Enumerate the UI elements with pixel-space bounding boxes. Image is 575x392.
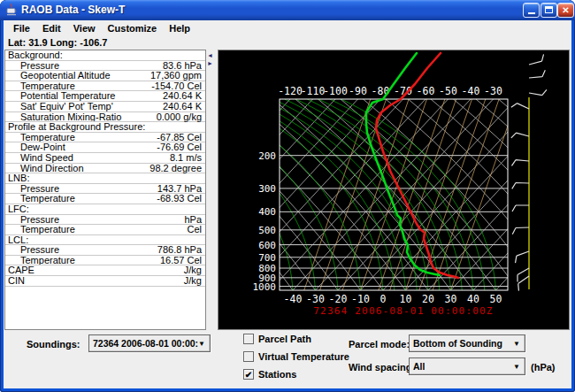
table-row-label: LCL: [5, 235, 202, 245]
table-row: Temperature16.57 Cel [5, 256, 205, 266]
skewt-chart: 2003004005006007008009001000-120-110-100… [218, 50, 569, 329]
table-row-value: 8.1 m/s [170, 153, 205, 163]
svg-text:30: 30 [445, 293, 457, 305]
station-time-label: 72364 2006-08-01 00:00:00Z [313, 305, 493, 317]
svg-text:-20: -20 [329, 293, 348, 305]
table-row: Profile at Background Pressure: [5, 122, 205, 133]
svg-text:1000: 1000 [253, 281, 277, 293]
svg-text:600: 600 [258, 240, 276, 251]
table-row: Temperature-68.93 Cel [5, 194, 205, 204]
table-row: CINJ/kg [5, 276, 205, 287]
chevron-down-icon[interactable]: ▼ [198, 340, 205, 348]
svg-text:-40: -40 [284, 293, 303, 305]
stations-checkbox-row[interactable]: ✔ Stations [243, 369, 296, 380]
table-row-value: -76.69 Cel [157, 142, 205, 152]
table-row: LNB: [5, 173, 205, 184]
maximize-button[interactable] [540, 3, 557, 18]
svg-text:400: 400 [258, 206, 276, 218]
menu-edit[interactable]: Edit [36, 22, 67, 35]
virtual-temperature-checkbox-row[interactable]: Virtual Temperature [243, 351, 349, 362]
table-row-value: 240.64 K [163, 91, 205, 101]
wind-spacing-dropdown[interactable]: All ▼ [409, 357, 525, 375]
table-row-label: Pressure [5, 61, 163, 71]
svg-text:20: 20 [422, 293, 434, 305]
table-row: PressurehPa [5, 215, 205, 226]
table-row-value: hPa [184, 215, 205, 225]
menu-view[interactable]: View [67, 22, 102, 35]
svg-text:300: 300 [258, 183, 276, 195]
parcel-path-checkbox-row[interactable]: Parcel Path [243, 334, 311, 344]
svg-text:-50: -50 [439, 85, 457, 97]
soundings-dropdown[interactable]: 72364 2006-08-01 00:00:00Z ▼ [88, 334, 211, 352]
svg-text:700: 700 [258, 252, 276, 264]
table-row: CAPEJ/kg [5, 265, 205, 276]
parcel-path-checkbox[interactable] [243, 334, 254, 344]
table-row-value [202, 173, 205, 183]
table-row-value [202, 122, 205, 132]
table-row-value: 83.6 hPa [163, 61, 205, 71]
svg-text:-120: -120 [278, 85, 303, 97]
titlebar[interactable]: RAOB Data - Skew-T ✕ [0, 0, 575, 20]
parcel-path-label: Parcel Path [258, 334, 311, 344]
table-row-value: 786.8 hPa [157, 245, 205, 255]
table-row-value: 240.64 K [163, 102, 205, 111]
svg-text:-60: -60 [417, 85, 435, 97]
table-row-value: -68.93 Cel [157, 194, 205, 204]
maximize-icon [545, 6, 553, 13]
table-row-label: Pressure [5, 215, 184, 225]
table-row-label: Temperature [5, 256, 160, 265]
wind-spacing-dropdown-value: All [413, 361, 425, 372]
table-row-value: 143.7 hPa [157, 184, 205, 194]
expand-right-icon[interactable]: ► [207, 60, 213, 66]
stations-label: Stations [258, 369, 296, 380]
collapse-left-icon[interactable]: ◄ [207, 52, 213, 58]
table-row-value: Cel [187, 225, 205, 234]
sounding-data-table: Background:Pressure83.6 hPaGeopotential … [4, 50, 206, 330]
svg-text:10: 10 [400, 293, 412, 305]
minimize-button[interactable] [523, 3, 540, 18]
table-row: Wind Speed8.1 m/s [5, 153, 205, 164]
close-button[interactable]: ✕ [557, 3, 574, 18]
table-row-label: Saturation Mixing-Ratio [5, 112, 157, 122]
table-row-label: Wind Direction [5, 164, 150, 173]
menu-help[interactable]: Help [163, 22, 196, 35]
table-row: TemperatureCel [5, 225, 205, 235]
svg-text:0: 0 [380, 293, 387, 305]
table-rows: Background:Pressure83.6 hPaGeopotential … [5, 50, 205, 287]
chevron-down-icon[interactable]: ▼ [513, 363, 520, 371]
svg-text:-40: -40 [462, 85, 480, 97]
table-row-value: J/kg [184, 265, 205, 275]
table-row-label: Temperature [5, 194, 157, 204]
svg-text:200: 200 [258, 150, 276, 162]
table-row-label: Pressure [5, 184, 157, 194]
stations-checkbox[interactable]: ✔ [243, 369, 254, 380]
table-row-value: J/kg [184, 276, 205, 286]
soundings-dropdown-value: 72364 2006-08-01 00:00:00Z [93, 338, 198, 349]
table-row-label: Profile at Background Pressure: [5, 122, 202, 132]
table-row: Wind Direction98.2 degree [5, 164, 205, 174]
table-row-value: 98.2 degree [150, 164, 205, 173]
menu-customize[interactable]: Customize [102, 22, 164, 35]
table-row-value [202, 204, 205, 214]
table-row-value: -67.85 Cel [157, 133, 205, 142]
lat-long-label: Lat: 31.9 Long: -106.7 [4, 36, 571, 50]
svg-text:-30: -30 [484, 85, 502, 97]
table-row-label: Temperature [5, 81, 151, 91]
bottom-controls: Soundings: 72364 2006-08-01 00:00:00Z ▼ … [4, 330, 571, 388]
virtual-temperature-checkbox[interactable] [243, 351, 254, 362]
parcel-mode-label: Parcel mode: [349, 339, 410, 350]
table-row-value [202, 235, 205, 245]
parcel-mode-dropdown[interactable]: Bottom of Sounding ▼ [409, 334, 525, 352]
chevron-down-icon[interactable]: ▼ [513, 340, 520, 348]
svg-text:-90: -90 [349, 85, 367, 97]
svg-text:500: 500 [258, 225, 276, 236]
wind-spacing-label: Wind spacing: [349, 362, 415, 373]
table-row-value: 16.57 Cel [160, 256, 205, 265]
table-row-label: Geopotential Altitude [5, 71, 150, 81]
app-window: RAOB Data - Skew-T ✕ File Edit View Cust… [0, 0, 575, 392]
window-title: RAOB Data - Skew-T [21, 4, 125, 16]
svg-text:-30: -30 [306, 293, 325, 305]
table-row-value [202, 50, 205, 60]
splitpane-divider[interactable]: ◄ ► [206, 50, 218, 330]
menu-file[interactable]: File [7, 22, 36, 35]
